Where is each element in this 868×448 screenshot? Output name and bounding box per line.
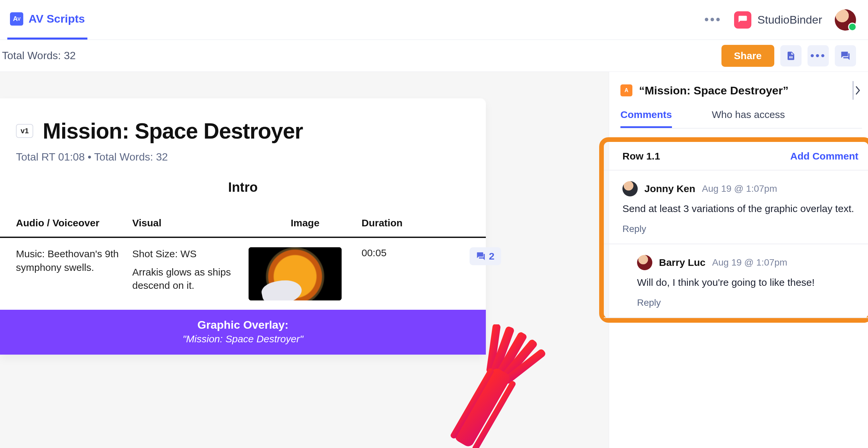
brand[interactable]: StudioBinder [734, 11, 822, 29]
reply-link[interactable]: Reply [622, 224, 858, 234]
comment-thread-header: Row 1.1 Add Comment [604, 142, 868, 171]
svg-rect-5 [453, 366, 512, 448]
row-thumbnail[interactable] [249, 247, 342, 300]
toolbar-more-button[interactable]: ••• [808, 45, 829, 66]
col-audio: Audio / Voiceover [16, 217, 132, 229]
comments-panel: A “Mission: Space Destroyer” Comments Wh… [609, 72, 868, 448]
pdf-icon [786, 51, 796, 61]
comment-body: Will do, I think you're going to like th… [637, 275, 858, 290]
comment-author: Jonny Ken [644, 183, 695, 195]
add-comment-link[interactable]: Add Comment [790, 151, 858, 162]
tab-who-has-access[interactable]: Who has access [712, 109, 785, 128]
toolbar: Total Words: 32 Share ••• [0, 40, 868, 72]
document-pane: v1 Mission: Space Destroyer Total RT 01:… [0, 72, 609, 448]
user-avatar[interactable] [835, 9, 856, 31]
tab-av-scripts[interactable]: AV AV Scripts [7, 0, 87, 39]
row-label: Row 1.1 [622, 151, 660, 162]
cell-audio[interactable]: Music: Beethovan's 9th symphony swells. [16, 247, 132, 279]
panel-title: “Mission: Space Destroyer” [639, 84, 788, 97]
comment-timestamp: Aug 19 @ 1:07pm [712, 257, 787, 268]
nav-more-icon[interactable]: ••• [704, 12, 721, 27]
col-image: Image [249, 217, 362, 229]
cell-visual[interactable]: Shot Size: WS Arrakis glows as ships des… [132, 247, 249, 297]
comment-body: Send at least 3 variations of the graphi… [622, 202, 858, 216]
svg-rect-2 [492, 331, 528, 384]
export-pdf-button[interactable] [780, 45, 802, 66]
comment-item: Jonny Ken Aug 19 @ 1:07pm Send at least … [604, 171, 868, 244]
cell-duration[interactable]: 00:05 [362, 247, 441, 259]
overlay-label: Graphic Overlay: [0, 318, 486, 331]
overlay-value: "Mission: Space Destroyer" [0, 333, 486, 345]
audio-text: Music: Beethovan's 9th symphony swells. [16, 247, 132, 274]
brand-badge-icon [734, 11, 751, 29]
panel-tabs: Comments Who has access [620, 109, 862, 129]
svg-rect-4 [502, 348, 547, 385]
reply-link[interactable]: Reply [637, 297, 858, 308]
comments-highlight-box: Row 1.1 Add Comment Jonny Ken Aug 19 @ 1… [599, 137, 868, 323]
comment-icon [476, 251, 486, 261]
top-nav: AV AV Scripts ••• StudioBinder [0, 0, 868, 40]
col-duration: Duration [362, 217, 441, 229]
share-button[interactable]: Share [721, 45, 774, 67]
table-row[interactable]: Music: Beethovan's 9th symphony swells. … [0, 238, 486, 307]
version-chip[interactable]: v1 [16, 124, 33, 138]
comment-avatar [637, 255, 652, 270]
av-scripts-icon: AV [10, 12, 23, 26]
collapse-panel-button[interactable] [853, 81, 862, 100]
visual-line-1: Shot Size: WS [132, 247, 249, 261]
svg-rect-0 [486, 324, 501, 374]
comment-author: Barry Luc [659, 257, 706, 268]
page-title: Mission: Space Destroyer [42, 118, 303, 144]
table-header: Audio / Voiceover Visual Image Duration [0, 217, 486, 238]
visual-line-2: Arrakis glows as ships descend on it. [132, 266, 249, 293]
cell-image[interactable] [249, 247, 362, 300]
comment-item: Barry Luc Aug 19 @ 1:07pm Will do, I thi… [604, 244, 868, 318]
comment-panel-icon [840, 51, 850, 61]
tab-label: AV Scripts [29, 12, 85, 25]
row-comment-badge[interactable]: 2 [470, 247, 501, 265]
section-title: Intro [0, 180, 486, 195]
document-subtitle: Total RT 01:08 • Total Words: 32 [16, 151, 470, 163]
brand-name: StudioBinder [757, 13, 822, 26]
graphic-overlay-bar[interactable]: Graphic Overlay: "Mission: Space Destroy… [0, 310, 486, 355]
total-words-label: Total Words: 32 [2, 50, 76, 62]
comment-timestamp: Aug 19 @ 1:07pm [702, 183, 777, 194]
chevron-right-icon [855, 86, 860, 95]
col-visual: Visual [132, 217, 249, 229]
svg-rect-1 [489, 326, 515, 379]
comment-avatar [622, 181, 638, 197]
svg-rect-3 [497, 338, 538, 385]
row-comment-count: 2 [489, 250, 494, 262]
svg-rect-6 [450, 367, 495, 439]
tab-comments[interactable]: Comments [620, 109, 672, 128]
toggle-comments-button[interactable] [835, 45, 856, 66]
svg-rect-7 [471, 380, 517, 448]
panel-av-icon: A [620, 84, 632, 96]
document-card: v1 Mission: Space Destroyer Total RT 01:… [0, 98, 486, 355]
